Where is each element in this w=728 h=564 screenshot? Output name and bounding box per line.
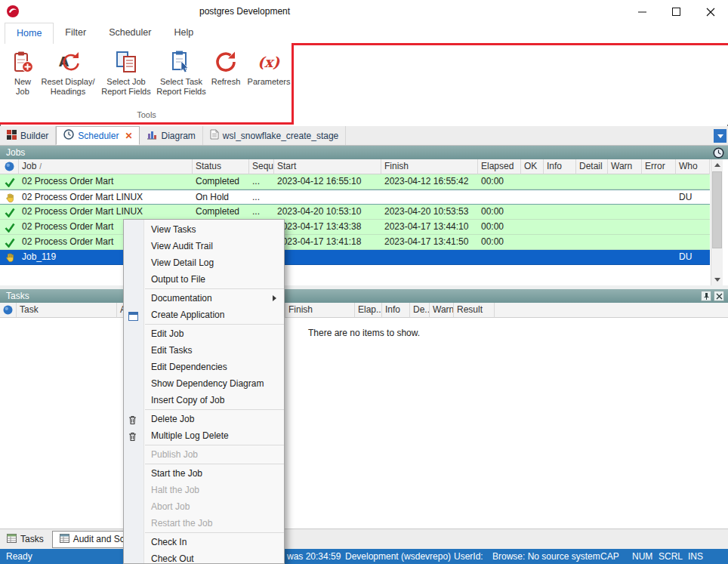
cell-warn [608, 220, 642, 235]
menu-item-edit-tasks[interactable]: Edit Tasks [124, 342, 284, 359]
document-icon [210, 129, 219, 142]
menu-item-view-tasks[interactable]: View Tasks [124, 221, 284, 238]
tab-scheduler[interactable]: Scheduler ✕ [56, 126, 140, 145]
diagram-icon [147, 129, 157, 142]
menu-item-edit-dependencies[interactable]: Edit Dependencies [124, 359, 284, 375]
menu-item-view-audit-trail[interactable]: View Audit Trail [124, 238, 284, 254]
job-row[interactable]: 02 Process Order Mart LINUX On Hold ... … [0, 190, 710, 205]
job-row[interactable]: 02 Process Order Mart ... 2023-04-17 13:… [0, 220, 710, 235]
cell-start: 2023-04-17 13:41:18 [274, 235, 381, 250]
status-insert-indicator: INS [688, 551, 703, 562]
menu-item-abort-job: Abort Job [124, 498, 284, 515]
cell-info [544, 205, 576, 220]
ribbon-tab-scheduler[interactable]: Scheduler [97, 23, 162, 44]
cell-status: On Hold [193, 190, 249, 205]
tab-wsl-snowflake-create-stage[interactable]: wsl_snowflake_create_stage [203, 126, 346, 145]
job-report-fields-icon [115, 48, 137, 76]
column-header-sequence[interactable]: Seque... [249, 159, 274, 174]
titlebar: postgres Development [0, 0, 728, 23]
column-header-detail[interactable]: De... [410, 303, 430, 318]
parameters-button[interactable]: (x) Parameters [245, 47, 293, 97]
cell-who [676, 235, 710, 250]
menu-separator [145, 445, 284, 445]
column-header-info[interactable]: Info [382, 303, 410, 318]
close-tab-icon[interactable]: ✕ [125, 131, 132, 141]
job-row[interactable]: 02 Process Order Mart LINUX Completed ..… [0, 205, 710, 220]
scroll-up-button[interactable] [711, 159, 723, 171]
refresh-button[interactable]: Refresh [207, 47, 245, 97]
menu-item-create-application[interactable]: Create Application [124, 307, 284, 323]
cell-info [544, 235, 576, 250]
bottom-tab-bar: Tasks Audit and Sche [0, 529, 728, 549]
menu-item-show-dependency-diagram[interactable]: Show Dependency Diagram [124, 375, 284, 392]
column-header-warn[interactable]: Warn [608, 159, 642, 174]
scrollbar-thumb[interactable] [712, 171, 722, 248]
cell-start: 2023-04-12 16:55:10 [274, 174, 381, 190]
reset-display-icon: A [57, 48, 79, 76]
cell-error [642, 220, 676, 235]
ribbon-tab-home[interactable]: Home [5, 23, 54, 44]
column-header-task[interactable]: Task [17, 303, 117, 318]
ribbon-tab-help[interactable]: Help [162, 23, 205, 44]
table-corner-icon[interactable] [0, 303, 17, 318]
cell-status: Completed [193, 205, 249, 220]
cell-finish: 2023-04-17 13:41:50 [381, 235, 478, 250]
column-header-result[interactable]: Result [454, 303, 495, 318]
completed-check-icon [0, 174, 19, 190]
job-row[interactable]: 02 Process Order Mart ... 2023-04-17 13:… [0, 235, 710, 250]
reset-display-headings-button[interactable]: A Reset Display/ Headings [39, 47, 97, 97]
column-header-start[interactable]: Start [274, 159, 381, 174]
close-panel-button[interactable] [714, 291, 724, 301]
menu-item-multiple-log-delete[interactable]: Multiple Log Delete [124, 427, 284, 444]
table-corner-icon[interactable] [0, 159, 19, 174]
column-header-job[interactable]: Job/ [19, 159, 193, 174]
column-header-status[interactable]: Status [193, 159, 249, 174]
menu-item-start-the-job[interactable]: Start the Job [124, 465, 284, 482]
cell-detail [576, 250, 608, 265]
status-bar: Ready was 20:34:59 Development (wsdevrep… [0, 549, 728, 564]
column-header-warn[interactable]: Warn [430, 303, 454, 318]
new-job-icon [11, 48, 34, 76]
status-scroll-indicator: SCRL [659, 551, 683, 562]
menu-item-delete-job[interactable]: Delete Job [124, 411, 284, 427]
app-logo-icon [6, 5, 20, 20]
status-last-refresh: was 20:34:59 [287, 551, 341, 562]
jobs-vertical-scrollbar[interactable] [711, 159, 723, 285]
maximize-button[interactable] [659, 1, 693, 23]
close-button[interactable] [693, 1, 727, 23]
cell-error [642, 235, 676, 250]
menu-item-insert-copy-of-job[interactable]: Insert Copy of Job [124, 392, 284, 408]
select-job-report-fields-button[interactable]: Select Job Report Fields [97, 47, 156, 97]
minimize-button[interactable] [625, 1, 659, 23]
column-header-finish[interactable]: Finish [285, 303, 355, 318]
column-header-detail[interactable]: Detail [576, 159, 608, 174]
new-job-button[interactable]: New Job [6, 47, 39, 97]
ribbon-tab-filter[interactable]: Filter [54, 23, 97, 44]
cell-who [676, 174, 710, 190]
pin-button[interactable] [701, 291, 711, 301]
select-task-report-fields-button[interactable]: Select Task Report Fields [156, 47, 207, 97]
scroll-down-button[interactable] [711, 274, 723, 285]
tab-diagram[interactable]: Diagram [140, 126, 202, 145]
column-header-finish[interactable]: Finish [381, 159, 478, 174]
bottom-tab-tasks[interactable]: Tasks [0, 531, 51, 548]
menu-separator [145, 324, 284, 325]
menu-item-view-detail-log[interactable]: View Detail Log [124, 254, 284, 271]
job-row-selected[interactable]: Job_119 DU [0, 250, 710, 265]
column-header-error[interactable]: Error [642, 159, 676, 174]
job-row[interactable]: 02 Process Order Mart Completed ... 2023… [0, 174, 710, 190]
tab-builder[interactable]: Builder [0, 126, 56, 145]
menu-item-check-in[interactable]: Check In [124, 534, 284, 550]
tab-list-dropdown-button[interactable] [714, 129, 726, 143]
menu-item-edit-job[interactable]: Edit Job [124, 325, 284, 342]
column-header-elapsed[interactable]: Elapsed [478, 159, 521, 174]
cell-detail [576, 235, 608, 250]
column-header-info[interactable]: Info [544, 159, 576, 174]
menu-item-documentation[interactable]: Documentation [124, 290, 284, 307]
column-header-elapsed[interactable]: Elap... [355, 303, 382, 318]
column-header-ok[interactable]: OK [521, 159, 544, 174]
cell-status: Completed [193, 174, 249, 190]
column-header-who[interactable]: Who [676, 159, 710, 174]
menu-item-check-out[interactable]: Check Out [124, 550, 284, 564]
menu-item-output-to-file[interactable]: Output to File [124, 271, 284, 288]
